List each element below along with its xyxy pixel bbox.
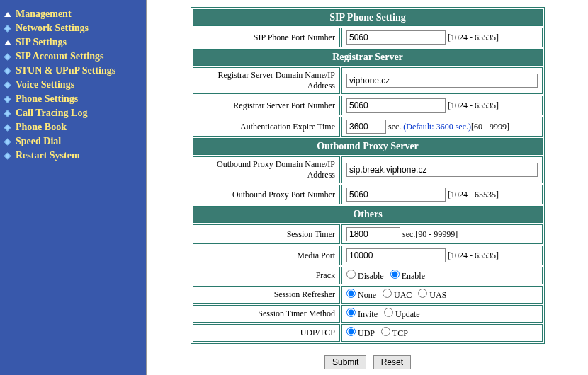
sidebar-item-speed-dial[interactable]: Speed Dial [4, 134, 142, 149]
media-port-input[interactable] [346, 248, 446, 262]
refresher-uac-label: UAC [394, 290, 412, 300]
udp-radio[interactable] [346, 327, 356, 336]
auth-exp-label: Authentication Expire Time [193, 117, 340, 137]
main-content: SIP Phone Setting SIP Phone Port Number … [147, 0, 588, 375]
sidebar-item-stun-upnp-settings[interactable]: STUN & UPnP Settings [4, 64, 142, 78]
sip-port-hint: [1024 - 65535] [448, 33, 499, 42]
proxy-port-label: Outbound Proxy Port Number [193, 185, 340, 204]
timer-method-update-label: Update [395, 309, 420, 319]
sidebar-item-label: STUN & UPnP Settings [16, 65, 115, 76]
sidebar-item-voice-settings[interactable]: Voice Settings [4, 78, 142, 92]
diamond-icon [4, 96, 11, 103]
reg-port-input[interactable] [346, 98, 446, 112]
tcp-label: TCP [392, 328, 408, 338]
sidebar-item-label: Phone Settings [16, 93, 78, 105]
refresher-none-radio[interactable] [346, 289, 356, 298]
sidebar-item-phone-book[interactable]: Phone Book [4, 120, 142, 134]
sidebar-item-call-tracing-log[interactable]: Call Tracing Log [4, 106, 142, 120]
sidebar-item-label: Restart System [16, 150, 80, 161]
prack-enable-radio[interactable] [390, 270, 400, 279]
refresher-label: Session Refresher [193, 286, 340, 304]
sidebar: Management Network Settings SIP Settings… [0, 0, 147, 375]
diamond-icon [4, 110, 11, 117]
sidebar-item-phone-settings[interactable]: Phone Settings [4, 92, 142, 106]
prack-disable-radio[interactable] [346, 270, 356, 279]
media-port-label: Media Port [193, 246, 340, 265]
udptcp-label: UDP/TCP [193, 324, 340, 342]
tcp-radio[interactable] [381, 327, 390, 336]
refresher-uac-radio[interactable] [383, 289, 392, 298]
reset-button[interactable]: Reset [373, 355, 411, 369]
diamond-icon [4, 138, 11, 145]
submit-button[interactable]: Submit [324, 355, 366, 369]
reg-domain-input[interactable] [346, 74, 538, 88]
sidebar-item-sip-account-settings[interactable]: SIP Account Settings [4, 50, 142, 64]
section-header-registrar: Registrar Server [193, 49, 543, 66]
udp-label: UDP [358, 328, 375, 338]
sidebar-item-label: Management [16, 8, 72, 20]
media-port-hint: [1024 - 65535] [448, 250, 499, 260]
diamond-icon [4, 81, 11, 88]
sidebar-item-label: Phone Book [16, 122, 67, 133]
sidebar-item-label: Network Settings [16, 23, 89, 34]
sidebar-item-sip-settings[interactable]: SIP Settings [4, 35, 142, 50]
sidebar-item-label: SIP Settings [16, 37, 67, 48]
triangle-up-icon [4, 12, 11, 17]
section-header-proxy: Outbound Proxy Server [193, 138, 543, 155]
diamond-icon [4, 124, 11, 131]
settings-table: SIP Phone Setting SIP Phone Port Number … [191, 7, 545, 344]
proxy-port-hint: [1024 - 65535] [448, 190, 499, 200]
sidebar-item-management[interactable]: Management [4, 7, 142, 21]
auth-exp-default: (Default: 3600 sec.) [403, 122, 471, 132]
section-header-others: Others [193, 206, 543, 223]
auth-exp-input[interactable] [346, 120, 386, 134]
prack-label: Prack [193, 267, 340, 284]
proxy-domain-label: Outbound Proxy Domain Name/IP Address [193, 156, 340, 183]
section-header-sip: SIP Phone Setting [193, 9, 543, 26]
timer-method-label: Session Timer Method [193, 305, 340, 323]
reg-domain-label: Registrar Server Domain Name/IP Address [193, 67, 340, 94]
triangle-up-icon [4, 40, 11, 45]
proxy-domain-input[interactable] [346, 163, 538, 177]
diamond-icon [4, 25, 11, 32]
sidebar-item-label: Call Tracing Log [16, 108, 87, 119]
diamond-icon [4, 152, 11, 159]
timer-method-invite-label: Invite [358, 309, 378, 319]
sidebar-item-label: Speed Dial [16, 136, 61, 147]
diamond-icon [4, 53, 11, 60]
session-timer-input[interactable] [346, 227, 400, 241]
timer-method-update-radio[interactable] [384, 308, 393, 317]
sip-port-input[interactable] [346, 30, 446, 45]
reg-port-hint: [1024 - 65535] [448, 100, 499, 110]
session-timer-hint: sec.[90 - 99999] [402, 229, 458, 239]
diamond-icon [4, 67, 11, 74]
sip-port-label: SIP Phone Port Number [193, 28, 340, 47]
prack-disable-label: Disable [358, 271, 384, 281]
refresher-uas-label: UAS [429, 290, 446, 300]
sidebar-item-label: SIP Account Settings [16, 51, 103, 62]
sidebar-item-network-settings[interactable]: Network Settings [4, 21, 142, 35]
proxy-port-input[interactable] [346, 188, 446, 202]
session-timer-label: Session Timer [193, 224, 340, 244]
sidebar-item-restart-system[interactable]: Restart System [4, 149, 142, 163]
refresher-none-label: None [358, 290, 376, 300]
auth-exp-sec: sec. [388, 122, 401, 132]
refresher-uas-radio[interactable] [418, 289, 427, 298]
reg-port-label: Registrar Server Port Number [193, 96, 340, 115]
prack-enable-label: Enable [402, 271, 425, 281]
sidebar-item-label: Voice Settings [16, 79, 74, 91]
auth-exp-range: [60 - 9999] [471, 122, 509, 132]
timer-method-invite-radio[interactable] [346, 308, 356, 317]
